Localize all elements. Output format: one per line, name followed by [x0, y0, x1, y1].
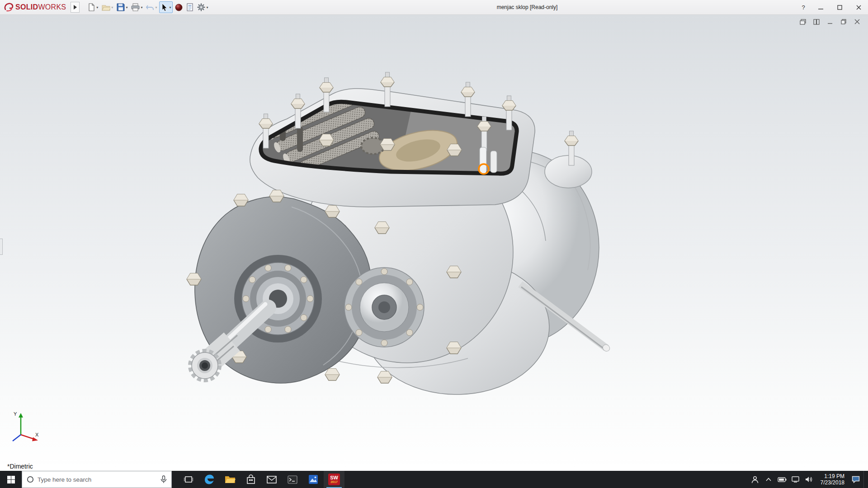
taskbar-apps: SW 2017 — [178, 471, 344, 488]
window-controls: ? — [796, 0, 868, 15]
command-prompt-icon — [288, 475, 297, 484]
mail-icon — [267, 476, 277, 483]
options-gear-icon — [197, 3, 205, 11]
open-document-button[interactable]: ▾ — [100, 1, 114, 13]
rebuild-button[interactable] — [174, 1, 184, 13]
system-tray: 1:19 PM 7/23/2018 — [749, 471, 868, 488]
action-center-button[interactable] — [850, 471, 862, 488]
view-orientation-label: *Dimetric — [7, 463, 33, 470]
dropdown-caret-icon[interactable]: ▾ — [206, 5, 208, 9]
tray-time: 1:19 PM — [821, 473, 844, 479]
minimize-button[interactable] — [811, 0, 830, 15]
ds-swirl-icon — [4, 2, 14, 12]
print-button[interactable]: ▾ — [130, 1, 144, 13]
solidworks-app-icon: SW 2017 — [328, 474, 340, 485]
close-button[interactable] — [849, 0, 868, 15]
dropdown-caret-icon[interactable]: ▾ — [126, 5, 127, 9]
edge-button[interactable] — [199, 471, 220, 488]
people-icon — [751, 476, 759, 483]
brand-text: SOLIDWORKS — [15, 3, 66, 11]
quick-access-toolbar: ▾ ▾ ▾ ▾ ▾ — [86, 1, 209, 13]
volume-icon — [805, 476, 813, 483]
task-view-button[interactable] — [178, 471, 199, 488]
play-arrow-icon — [73, 5, 77, 9]
new-document-icon — [87, 3, 95, 11]
action-center-icon — [852, 476, 860, 483]
cascade-icon — [800, 19, 806, 25]
undo-icon — [146, 4, 154, 11]
close-icon — [856, 5, 861, 10]
battery-icon — [778, 477, 787, 482]
people-button[interactable] — [749, 471, 761, 488]
document-title: menjac sklop [Read-only] — [497, 4, 558, 10]
solidworks-app-button[interactable]: SW 2017 — [324, 471, 344, 488]
rebuild-sphere-icon — [175, 4, 183, 11]
hidden-icons-button[interactable] — [763, 471, 774, 488]
triad-x-label: X — [35, 432, 39, 437]
dropdown-caret-icon[interactable]: ▾ — [169, 5, 171, 9]
tile-icon — [813, 19, 820, 25]
photos-button[interactable] — [303, 471, 324, 488]
microphone-icon[interactable] — [160, 475, 167, 483]
minimize-icon — [827, 19, 833, 24]
gearbox-model[interactable] — [179, 58, 635, 415]
tile-button[interactable] — [812, 18, 821, 26]
solidworks-logo: SOLIDWORKS — [0, 2, 71, 12]
dropdown-caret-icon[interactable]: ▾ — [155, 5, 157, 9]
show-desktop-button[interactable] — [863, 471, 866, 488]
dropdown-caret-icon[interactable]: ▾ — [111, 5, 113, 9]
store-button[interactable] — [241, 471, 261, 488]
taskbar-search[interactable] — [22, 471, 172, 488]
cover-boss[interactable] — [344, 267, 424, 347]
maximize-icon — [837, 5, 842, 10]
cascade-button[interactable] — [798, 18, 807, 26]
close-icon — [854, 19, 860, 24]
network-icon — [792, 476, 799, 483]
file-explorer-icon — [225, 475, 236, 484]
command-prompt-button[interactable] — [282, 471, 303, 488]
network-button[interactable] — [790, 471, 802, 488]
save-button[interactable]: ▾ — [115, 1, 129, 13]
select-arrow-icon — [161, 3, 168, 11]
help-button[interactable]: ? — [796, 0, 811, 15]
photos-icon — [308, 474, 318, 484]
doc-restore-button[interactable] — [839, 18, 848, 26]
restore-icon — [841, 19, 846, 24]
doc-minimize-button[interactable] — [826, 18, 835, 26]
tray-date: 7/23/2018 — [821, 479, 844, 486]
feature-tree-splitter-handle[interactable] — [0, 239, 3, 255]
triad-y-label: Y — [14, 411, 17, 417]
new-document-button[interactable]: ▾ — [86, 1, 99, 13]
open-document-icon — [102, 3, 110, 11]
search-icon — [27, 476, 34, 483]
menu-flyout-arrow[interactable] — [71, 2, 80, 13]
options-button[interactable]: ▾ — [196, 1, 209, 13]
store-icon — [246, 474, 255, 484]
undo-button[interactable]: ▾ — [145, 1, 158, 13]
minimize-icon — [818, 5, 823, 10]
graphics-area[interactable]: Y X *Dimetric — [0, 15, 868, 471]
battery-button[interactable] — [776, 471, 788, 488]
dropdown-caret-icon[interactable]: ▾ — [141, 5, 142, 9]
volume-button[interactable] — [803, 471, 815, 488]
doc-close-button[interactable] — [853, 18, 862, 26]
reference-triad: Y X — [5, 409, 42, 445]
sw-badge-label: SW — [330, 475, 338, 480]
task-view-icon — [184, 475, 193, 483]
start-button[interactable] — [0, 471, 22, 488]
sw-badge-year: 2017 — [330, 480, 338, 484]
dropdown-caret-icon[interactable]: ▾ — [96, 5, 98, 9]
titlebar: SOLIDWORKS ▾ ▾ ▾ ▾ — [0, 0, 868, 15]
search-input[interactable] — [38, 476, 157, 483]
hidden-icons-chevron-icon — [766, 478, 771, 481]
select-button[interactable]: ▾ — [159, 1, 173, 13]
maximize-button[interactable] — [830, 0, 849, 15]
save-icon — [117, 3, 125, 11]
document-window-controls — [798, 18, 862, 26]
file-properties-button[interactable] — [185, 1, 195, 13]
file-explorer-button[interactable] — [220, 471, 241, 488]
mail-button[interactable] — [261, 471, 282, 488]
windows-taskbar: SW 2017 — [0, 471, 868, 488]
file-properties-icon — [186, 3, 193, 11]
tray-clock[interactable]: 1:19 PM 7/23/2018 — [817, 473, 848, 486]
